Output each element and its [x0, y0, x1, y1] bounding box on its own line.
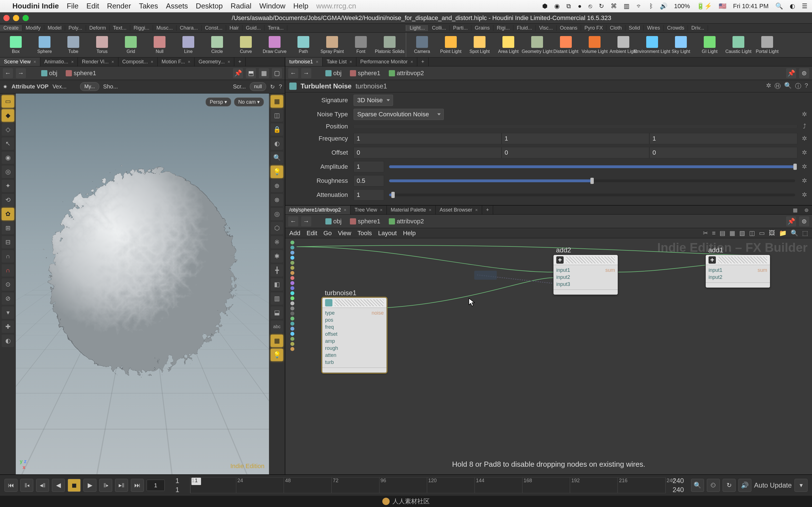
shelf-tool[interactable]: Curve: [232, 34, 259, 56]
gear-icon[interactable]: ✲: [800, 135, 809, 142]
shelf-tab[interactable]: Create: [0, 25, 22, 31]
link-icon[interactable]: ⊚: [799, 68, 809, 78]
loop-button[interactable]: ↻: [723, 479, 735, 492]
shelf-tab[interactable]: Deform: [86, 25, 110, 31]
keyframe-next-button[interactable]: ▸⦀: [115, 479, 128, 492]
step-back-button[interactable]: ◂⦀: [36, 479, 49, 492]
status-icon[interactable]: ◉: [554, 3, 560, 10]
display-option-icon[interactable]: ◎: [271, 208, 283, 220]
tab-asset-browser[interactable]: Asset Browser×: [436, 206, 482, 214]
pin-icon[interactable]: 📌: [786, 216, 796, 226]
shelf-tab[interactable]: Modify: [22, 25, 44, 31]
last-frame-button[interactable]: ⏭: [131, 479, 144, 492]
path-sphere1[interactable]: sphere1: [347, 68, 383, 78]
shelf-tab[interactable]: Musc...: [153, 25, 176, 31]
add-tab-button[interactable]: +: [417, 57, 428, 66]
display-option-icon[interactable]: ◧: [271, 278, 283, 291]
reload-icon[interactable]: ↻: [270, 83, 275, 90]
global-input-port[interactable]: [290, 281, 294, 285]
shelf-tool[interactable]: Path: [290, 34, 317, 56]
tool-icon[interactable]: ◐: [2, 335, 14, 347]
flag-icon[interactable]: 🇺🇸: [719, 3, 726, 10]
path-obj[interactable]: obj: [38, 68, 60, 78]
shelf-tool[interactable]: Area Light: [495, 34, 522, 56]
global-input-port[interactable]: [290, 347, 294, 351]
tool-icon[interactable]: ⊙: [2, 278, 14, 291]
freq-y[interactable]: 1: [502, 133, 650, 144]
status-icon[interactable]: ⎋: [589, 3, 592, 10]
options-icon[interactable]: ⬒: [246, 68, 256, 78]
shelf-tab[interactable]: Pyro FX: [581, 25, 606, 31]
battery-icon[interactable]: 🔋⚡: [697, 3, 712, 10]
shelf-tool[interactable]: Spray Paint: [319, 34, 346, 56]
tab-network-path[interactable]: /obj/sphere1/attribvop2×: [285, 206, 350, 214]
net-icon[interactable]: ✂: [703, 230, 708, 237]
global-input-port[interactable]: [290, 256, 294, 260]
display-option-icon[interactable]: ⬡: [271, 222, 283, 234]
step-fwd-button[interactable]: ⦀▸: [99, 479, 112, 492]
shelf-tool[interactable]: Sphere: [31, 34, 58, 56]
magnet-tool[interactable]: ∩: [2, 250, 14, 263]
tab-tree-view[interactable]: Tree View×: [350, 206, 387, 214]
clock[interactable]: Fri 10:41 PM: [733, 3, 769, 10]
filter-icon[interactable]: Ⓗ: [774, 82, 781, 91]
menu-render[interactable]: Render: [107, 2, 131, 10]
pane-tab[interactable]: Geometry...×: [195, 57, 234, 66]
global-input-port[interactable]: [290, 332, 294, 336]
display-option-icon[interactable]: ╋: [271, 264, 283, 277]
global-input-port[interactable]: [290, 342, 294, 346]
minimize-window-button[interactable]: [13, 15, 19, 21]
gear-icon[interactable]: ✲: [800, 111, 809, 118]
back-button[interactable]: ←: [288, 68, 298, 78]
toolbar-dropdown[interactable]: My...: [80, 82, 99, 91]
pane-tab[interactable]: Render Vi...×: [78, 57, 118, 66]
camera-menu[interactable]: Persp ▾: [206, 98, 231, 107]
net-menu-layout[interactable]: Layout: [378, 230, 397, 237]
off-x[interactable]: 0: [354, 147, 502, 158]
auto-update-label[interactable]: Auto Update: [754, 482, 792, 489]
node-name[interactable]: turbnoise1: [356, 82, 387, 90]
arrow-tool[interactable]: ↖: [2, 137, 14, 150]
forward-button[interactable]: →: [301, 68, 311, 78]
close-window-button[interactable]: [3, 15, 10, 21]
display-option-icon[interactable]: ◫: [271, 109, 283, 122]
net-icon[interactable]: ▦: [729, 230, 735, 237]
net-menu-view[interactable]: View: [338, 230, 351, 237]
audio-button[interactable]: 🔊: [739, 479, 751, 492]
net-icon[interactable]: ≡: [712, 230, 716, 237]
gear-icon[interactable]: ✲: [800, 191, 809, 199]
realtime-toggle[interactable]: ⏲: [707, 479, 720, 492]
play-button[interactable]: ▶: [84, 479, 96, 492]
tool-icon[interactable]: ✿: [2, 208, 14, 220]
shelf-tab[interactable]: Cloth: [606, 25, 625, 31]
status-icon[interactable]: ⌘: [611, 3, 617, 10]
shelf-tab[interactable]: Poly...: [65, 25, 86, 31]
shelf-tool[interactable]: Spot Light: [466, 34, 493, 56]
shelf-tool[interactable]: Box: [2, 34, 29, 56]
shelf-tool[interactable]: Point Light: [437, 34, 464, 56]
attenuation-field[interactable]: 1: [354, 189, 384, 201]
lock-icon[interactable]: 🔒: [271, 123, 283, 136]
tab-material-palette[interactable]: Material Palette×: [387, 206, 436, 214]
tool-icon[interactable]: ◆: [2, 109, 14, 122]
net-menu-edit[interactable]: Edit: [306, 230, 317, 237]
pane-tab[interactable]: Animatio...×: [40, 57, 78, 66]
tool-icon[interactable]: ⊞: [2, 222, 14, 234]
tab-turbnoise1[interactable]: turbnoise1×: [285, 57, 322, 66]
add-tab-button[interactable]: +: [234, 57, 246, 66]
global-input-port[interactable]: [290, 327, 294, 331]
notification-center-icon[interactable]: ☰: [802, 3, 808, 10]
shelf-tab[interactable]: Guid...: [243, 25, 264, 31]
shelf-tool[interactable]: Tube: [60, 34, 87, 56]
gear-icon[interactable]: ✲: [800, 149, 809, 156]
menu-help[interactable]: Help: [293, 2, 308, 10]
net-menu-go[interactable]: Go: [323, 230, 332, 237]
global-input-port[interactable]: [290, 266, 294, 270]
viewport[interactable]: Persp ▾ No cam ▾ y z x Indie Edition: [16, 94, 269, 474]
app-name[interactable]: Houdini Indie: [12, 2, 59, 10]
tool-icon[interactable]: ⊟: [2, 236, 14, 248]
wifi-icon[interactable]: ᯤ: [637, 3, 643, 10]
net-icon[interactable]: ◫: [749, 230, 755, 237]
shelf-tool[interactable]: Torus: [89, 34, 116, 56]
status-icon[interactable]: ●: [578, 3, 581, 10]
